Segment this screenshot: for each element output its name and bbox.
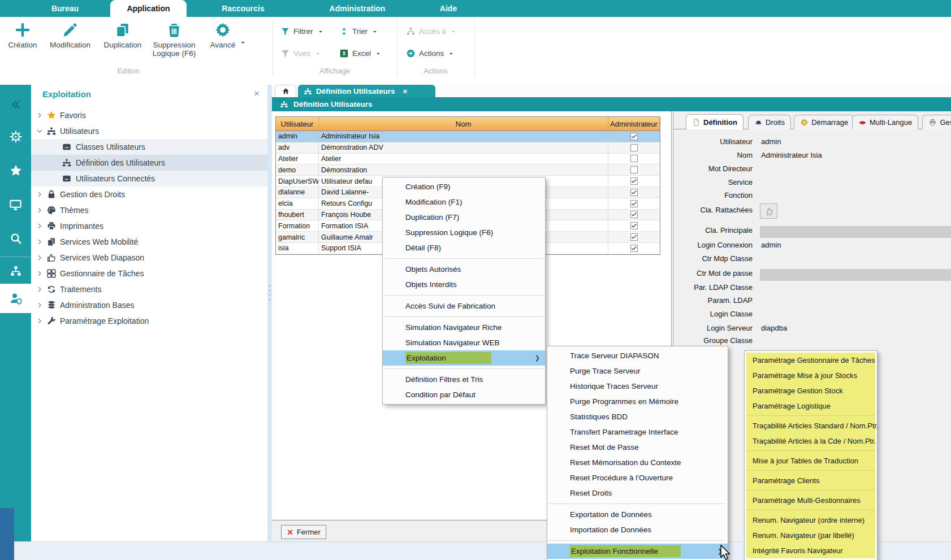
admin-checkbox[interactable] — [630, 155, 638, 162]
column-header-administrateur[interactable]: Administrateur — [608, 117, 660, 131]
menu-item-simulation-navigateur-web[interactable]: Simulation Navigateur WEB — [383, 335, 545, 350]
admin-checkbox[interactable] — [630, 222, 638, 229]
menu-item-acc-s-suivi-de-fabrication[interactable]: Accès Suivi de Fabrication — [383, 298, 545, 314]
menu-item-trace-serveur-diapason[interactable]: Trace Serveur DIAPASON — [547, 348, 728, 363]
chevron-right-icon[interactable] — [36, 207, 44, 214]
chevron-right-icon[interactable] — [36, 254, 44, 261]
menu-item-mise-jour-tables-de-traduction[interactable]: Mise à jour Tables de Traduction — [746, 453, 875, 468]
sidebar-item-traitements[interactable]: Traitements — [31, 281, 267, 297]
menu-item-renum-navigateur-ordre-interne-[interactable]: Renum. Navigateur (ordre interne) — [746, 513, 875, 528]
menubar-tab-bureau[interactable]: Bureau — [51, 0, 79, 17]
fermer-button[interactable]: ✕Fermer — [281, 525, 326, 539]
menu-item-param-trage-multi-gestionnaires[interactable]: Paramétrage Multi-Gestionnaires — [746, 493, 875, 508]
tab-d-finition[interactable]: Définition — [686, 114, 743, 129]
menu-item-importation-de-donn-es[interactable]: Importation de Données — [547, 522, 728, 537]
menu-item-d-tail-f8-[interactable]: Détail (F8) — [383, 240, 545, 255]
ribbon-button-trier[interactable]: Trier — [339, 27, 378, 36]
menu-item-reset-m-morisation-du-contexte[interactable]: Reset Mémorisation du Contexte — [547, 455, 728, 470]
ribbon-button-actions[interactable]: Actions — [406, 49, 454, 58]
sidebar-item-utilisateurs-connect-s[interactable]: Utilisateurs Connectés — [31, 171, 267, 186]
hand-picker-button[interactable] — [760, 203, 777, 219]
menu-item-exploitation[interactable]: Exploitation❯ — [383, 350, 545, 366]
sidebar-item-imprimantes[interactable]: Imprimantes — [31, 218, 267, 234]
menubar-tab-raccourcis[interactable]: Raccourcis — [222, 0, 264, 17]
ribbon-button-filtrer[interactable]: Filtrer — [280, 27, 323, 36]
menu-item-reset-mot-de-passe[interactable]: Reset Mot de Passe — [547, 440, 728, 455]
sidebar-item-param-trage-exploitation[interactable]: Paramétrage Exploitation — [31, 313, 267, 329]
tab-gestion[interactable]: Gestion — [922, 115, 951, 129]
menu-item-objets-interdits[interactable]: Objets Interdits — [383, 277, 545, 292]
sidebar-item-favoris[interactable]: Favoris — [31, 107, 267, 123]
admin-checkbox[interactable] — [630, 245, 638, 252]
tab-multi-langue[interactable]: Multi-Langue — [852, 115, 918, 129]
ribbon-button-plus[interactable]: Création — [3, 21, 42, 49]
column-header-utilisateur[interactable]: Utilisateur — [276, 117, 319, 131]
menu-item-param-trage-clients[interactable]: Paramétrage Clients — [746, 473, 875, 488]
menu-item-param-trage-gestion-stock[interactable]: Paramétrage Gestion Stock — [746, 383, 875, 398]
menu-item-objets-autoris-s[interactable]: Objets Autorisés — [383, 262, 545, 277]
sidebar-item-services-web-diapason[interactable]: Services Web Diapason — [31, 250, 267, 266]
admin-checkbox[interactable] — [630, 189, 638, 196]
menu-item-statistiques-bdd[interactable]: Statistiques BDD — [547, 409, 728, 424]
menu-item-d-finition-filtres-et-tris[interactable]: Définition Filtres et Tris — [383, 372, 545, 387]
chevron-right-icon[interactable] — [36, 112, 44, 119]
caret-down-icon[interactable] — [240, 37, 246, 47]
table-row[interactable]: adminAdministrateur Isia — [276, 131, 660, 142]
tab-d-marrage[interactable]: Démarrage — [794, 115, 854, 129]
chevron-right-icon[interactable] — [36, 302, 44, 309]
menu-item-exportation-de-donn-es[interactable]: Exportation de Données — [547, 507, 728, 522]
admin-checkbox[interactable] — [630, 133, 638, 140]
menu-item-simulation-navigateur-riche[interactable]: Simulation Navigateur Riche — [383, 320, 545, 335]
chevron-right-icon[interactable] — [36, 223, 44, 229]
sidebar-item-administration-bases[interactable]: Administration Bases — [31, 297, 267, 313]
tab-home[interactable] — [275, 85, 296, 97]
menu-item-tra-abilit-articles-standard-nom-ptr-[interactable]: Traçabilité Articles Standard / Nom.Ptr. — [746, 418, 875, 433]
menu-item-duplication-f7-[interactable]: Duplication (F7) — [383, 210, 545, 225]
menu-item-reset-droits[interactable]: Reset Droits — [547, 485, 728, 501]
menubar-tab-administration[interactable]: Administration — [330, 0, 386, 17]
ribbon-button-pencil[interactable]: Modification — [42, 21, 98, 49]
chevron-right-icon[interactable] — [36, 191, 44, 198]
sidebar-item-utilisateurs[interactable]: Utilisateurs — [31, 123, 267, 139]
rail-search-icon[interactable] — [0, 227, 31, 250]
chevron-right-icon[interactable] — [36, 286, 44, 293]
close-icon[interactable]: × — [254, 88, 260, 99]
chevron-down-icon[interactable] — [36, 128, 44, 134]
menu-item-transfert-parametrage-interface[interactable]: Transfert Parametrage Interface — [547, 424, 728, 440]
tab-definition-utilisateurs[interactable]: Définition Utilisateurs× — [298, 85, 435, 97]
admin-checkbox[interactable] — [630, 177, 638, 185]
close-icon[interactable]: × — [403, 87, 408, 95]
admin-checkbox[interactable] — [630, 233, 638, 241]
sidebar-item-d-finition-des-utilisateurs[interactable]: Définition des Utilisateurs — [31, 155, 267, 171]
sidebar-item-gestion-des-droits[interactable]: Gestion des Droits — [31, 186, 267, 202]
ribbon-button-copy[interactable]: Duplication — [97, 21, 149, 49]
menu-item-renum-navigateur-par-libell-[interactable]: Renum. Navigateur (par libellé) — [746, 528, 875, 543]
panel-splitter[interactable] — [267, 85, 272, 541]
ribbon-button-excel[interactable]: Excel — [339, 49, 381, 58]
sidebar-item-th-mes[interactable]: Thèmes — [31, 202, 267, 218]
column-header-nom[interactable]: Nom — [319, 117, 608, 131]
admin-checkbox[interactable] — [630, 144, 638, 151]
ribbon-button-gear[interactable]: Avancé — [204, 21, 241, 49]
menu-item-cr-ation-f9-[interactable]: Création (F9) — [383, 179, 545, 194]
rail-star-icon[interactable] — [0, 159, 31, 182]
admin-checkbox[interactable] — [630, 166, 638, 173]
rail-wheel-icon[interactable] — [0, 125, 31, 148]
menubar-tab-aide[interactable]: Aide — [440, 0, 457, 17]
chevron-right-icon[interactable] — [36, 238, 44, 245]
table-row[interactable]: AtelierAtelier — [276, 154, 660, 165]
menu-item-int-grit-favoris-navigateur[interactable]: Intégrité Favoris Navigateur — [746, 543, 875, 558]
admin-checkbox[interactable] — [630, 200, 638, 207]
menu-item-historique-traces-serveur[interactable]: Historique Traces Serveur — [547, 379, 728, 394]
menu-item-condition-par-d-faut[interactable]: Condition par Défaut — [383, 387, 545, 402]
menu-item-param-trage-logistique[interactable]: Paramétrage Logistique — [746, 398, 875, 414]
menu-item-param-trage-gestionnaire-de-t-ches[interactable]: Paramétrage Gestionnaire de Tâches — [746, 353, 875, 368]
chevron-right-icon[interactable] — [36, 270, 44, 277]
rail-collapse-icon[interactable] — [0, 93, 31, 116]
rail-sitemap-icon[interactable] — [0, 260, 31, 283]
menu-item-suppression-logique-f6-[interactable]: Suppression Logique (F6) — [383, 225, 545, 240]
admin-checkbox[interactable] — [630, 211, 638, 218]
menu-item-modification-f1-[interactable]: Modification (F1) — [383, 194, 545, 210]
sidebar-item-gestionnaire-de-t-ches[interactable]: Gestionnaire de Tâches — [31, 266, 267, 281]
tab-droits[interactable]: Droits — [748, 115, 791, 129]
